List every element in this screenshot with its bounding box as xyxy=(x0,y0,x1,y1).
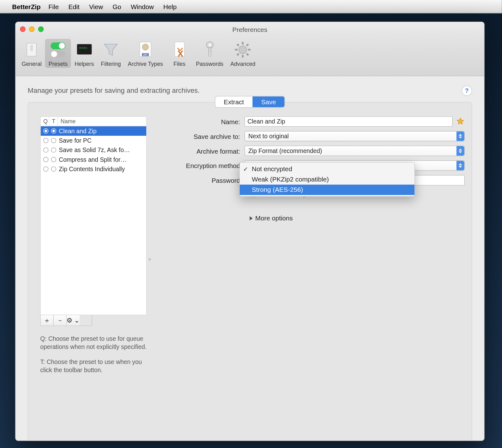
svg-text:ZIP: ZIP xyxy=(143,54,147,56)
archive-types-icon: ZIP xyxy=(136,41,154,59)
svg-rect-13 xyxy=(208,55,212,56)
minimize-button[interactable] xyxy=(29,26,35,32)
preset-row[interactable]: Save for PC xyxy=(41,136,146,145)
preset-name: Clean and Zip xyxy=(59,128,97,134)
zoom-button[interactable] xyxy=(38,26,44,32)
tab-files[interactable]: Files xyxy=(167,39,193,68)
radio-q[interactable] xyxy=(43,166,49,172)
helpers-icon: exec xyxy=(75,41,93,59)
menu-help[interactable]: Help xyxy=(163,3,177,10)
menu-item-label: Strong (AES-256) xyxy=(252,186,303,193)
filtering-icon xyxy=(102,41,120,59)
more-options-label: More options xyxy=(255,214,293,222)
note-q: Q: Choose the preset to use for queue op… xyxy=(40,335,147,351)
preferences-window: Preferences General Presets exec Helpers… xyxy=(15,22,484,441)
extract-save-segmented: Extract Save xyxy=(215,97,285,107)
col-name[interactable]: Name xyxy=(58,117,146,126)
segment-extract[interactable]: Extract xyxy=(215,97,253,107)
segment-save[interactable]: Save xyxy=(253,97,285,107)
radio-t[interactable] xyxy=(51,129,56,134)
preset-list-buttons: ＋ － ⚙︎ ⌄ xyxy=(40,315,92,326)
col-t[interactable]: T xyxy=(49,117,58,126)
add-preset-button[interactable]: ＋ xyxy=(41,315,54,325)
note-t: T: Choose the preset to use when you cli… xyxy=(40,358,147,374)
presets-icon xyxy=(49,41,67,59)
preset-row[interactable]: Compress and Split for… xyxy=(41,155,146,164)
menu-item-not-encrypted[interactable]: ✓ Not encrypted xyxy=(240,164,414,174)
chevron-down-icon: ⌄ xyxy=(74,316,80,324)
preset-name: Zip Contents Individually xyxy=(59,166,125,172)
footer-notes: Q: Choose the preset to use for queue op… xyxy=(40,335,147,374)
save-to-popup[interactable]: Next to original xyxy=(244,131,465,141)
menu-file[interactable]: File xyxy=(48,3,59,10)
menu-item-weak[interactable]: Weak (PKZip2 compatible) xyxy=(240,174,414,185)
col-q[interactable]: Q xyxy=(41,117,50,126)
preset-gear-button[interactable]: ⚙︎ ⌄ xyxy=(67,315,79,325)
svg-line-20 xyxy=(247,54,248,55)
radio-q[interactable] xyxy=(43,147,49,153)
tab-helpers-label: Helpers xyxy=(75,61,94,67)
radio-t[interactable] xyxy=(51,166,56,172)
radio-q[interactable] xyxy=(43,138,49,143)
favorite-star-icon[interactable] xyxy=(456,117,465,126)
general-icon xyxy=(23,41,41,59)
tab-filtering[interactable]: Filtering xyxy=(97,39,124,68)
row-save-to: Save archive to: Next to original xyxy=(167,131,465,141)
encryption-dropdown-menu: ✓ Not encrypted Weak (PKZip2 compatible)… xyxy=(239,162,415,197)
svg-line-19 xyxy=(237,44,239,46)
preset-row[interactable]: Save as Solid 7z, Ask fo… xyxy=(41,145,146,155)
svg-rect-12 xyxy=(208,53,213,54)
tab-passwords-label: Passwords xyxy=(196,61,223,67)
tab-helpers[interactable]: exec Helpers xyxy=(71,39,98,68)
format-value: Zip Format (recommended) xyxy=(248,147,322,154)
name-field[interactable]: Clean and Zip xyxy=(244,116,452,127)
preset-row[interactable]: Zip Contents Individually xyxy=(41,164,146,174)
menu-go[interactable]: Go xyxy=(113,3,121,10)
more-options-toggle[interactable]: More options xyxy=(250,214,465,222)
remove-preset-button[interactable]: － xyxy=(54,315,67,325)
tab-advanced[interactable]: Advanced xyxy=(227,39,259,68)
gear-icon: ⚙︎ xyxy=(67,316,72,324)
help-button[interactable]: ? xyxy=(462,86,472,96)
tab-passwords[interactable]: Passwords xyxy=(192,39,227,68)
tab-archive-types[interactable]: ZIP Archive Types xyxy=(124,39,166,68)
password-label: Password xyxy=(167,177,244,184)
radio-t[interactable] xyxy=(51,138,56,143)
passwords-icon xyxy=(200,41,219,59)
archive-format-popup[interactable]: Zip Format (recommended) xyxy=(244,146,465,156)
preferences-toolbar: General Presets exec Helpers Filtering Z… xyxy=(16,37,484,76)
radio-t[interactable] xyxy=(51,157,56,162)
save-to-value: Next to original xyxy=(248,133,289,140)
radio-q[interactable] xyxy=(43,157,49,162)
menu-edit[interactable]: Edit xyxy=(68,3,80,10)
svg-rect-1 xyxy=(30,45,33,51)
preset-name: Save for PC xyxy=(59,137,92,144)
advanced-icon xyxy=(234,41,252,59)
svg-text:exec: exec xyxy=(79,46,88,50)
intro-text: Manage your presets for saving and extra… xyxy=(28,87,200,95)
name-value: Clean and Zip xyxy=(248,118,285,125)
tab-presets[interactable]: Presets xyxy=(45,39,71,68)
menu-item-strong[interactable]: Strong (AES-256) xyxy=(240,185,414,195)
content-area: Manage your presets for saving and extra… xyxy=(16,76,484,440)
menu-view[interactable]: View xyxy=(89,3,103,10)
menu-item-label: Weak (PKZip2 compatible) xyxy=(252,176,329,183)
tab-general[interactable]: General xyxy=(18,39,45,68)
macos-menu-bar: BetterZip File Edit View Go Window Help xyxy=(0,0,502,13)
app-menu[interactable]: BetterZip xyxy=(12,3,41,10)
tab-archive-types-label: Archive Types xyxy=(128,61,163,67)
save-to-label: Save archive to: xyxy=(167,133,244,140)
preset-name: Save as Solid 7z, Ask fo… xyxy=(59,146,130,153)
menu-window[interactable]: Window xyxy=(131,3,154,10)
close-button[interactable] xyxy=(20,26,25,32)
svg-point-14 xyxy=(239,46,247,54)
tab-filtering-label: Filtering xyxy=(101,61,121,67)
stepper-icon xyxy=(457,146,464,155)
disclosure-triangle-icon xyxy=(250,216,253,220)
radio-q[interactable] xyxy=(43,129,49,134)
radio-t[interactable] xyxy=(51,147,56,153)
preset-list: Q T Name Clean and Zip Save xyxy=(40,116,147,315)
resize-handle-icon[interactable] xyxy=(148,258,151,261)
preset-row[interactable]: Clean and Zip xyxy=(41,126,146,136)
intro-row: Manage your presets for saving and extra… xyxy=(28,86,472,96)
